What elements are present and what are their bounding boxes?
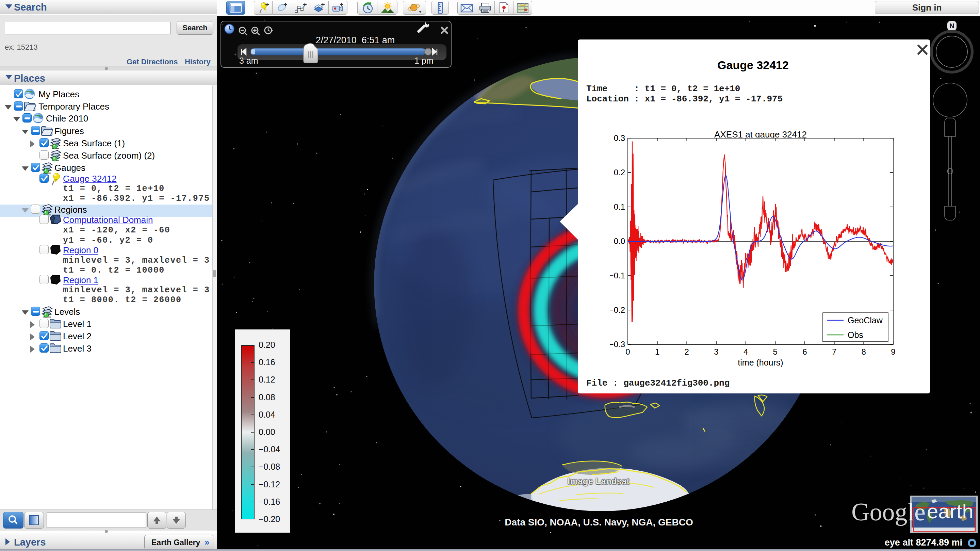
svg-text:GeoClaw: GeoClaw xyxy=(848,315,883,325)
svg-text:−0.1: −0.1 xyxy=(610,271,625,280)
svg-text:0.0: 0.0 xyxy=(614,237,625,246)
svg-text:Obs: Obs xyxy=(848,330,863,340)
svg-text:5: 5 xyxy=(773,347,778,356)
svg-text:0.2: 0.2 xyxy=(614,168,625,177)
svg-text:−0.2: −0.2 xyxy=(610,305,625,314)
svg-text:N: N xyxy=(950,22,954,30)
svg-text:time (hours): time (hours) xyxy=(738,358,783,367)
svg-text:0.3: 0.3 xyxy=(614,134,625,143)
svg-text:0: 0 xyxy=(625,347,630,356)
svg-text:9: 9 xyxy=(891,347,895,356)
svg-text:8: 8 xyxy=(862,347,866,356)
svg-text:6: 6 xyxy=(802,347,807,356)
svg-text:0.1: 0.1 xyxy=(614,202,625,211)
svg-text:7: 7 xyxy=(832,347,837,356)
svg-text:2: 2 xyxy=(685,347,689,356)
svg-text:1: 1 xyxy=(655,347,659,356)
svg-text:−0.3: −0.3 xyxy=(610,340,625,349)
svg-text:4: 4 xyxy=(743,347,748,356)
svg-text:3: 3 xyxy=(714,347,718,356)
